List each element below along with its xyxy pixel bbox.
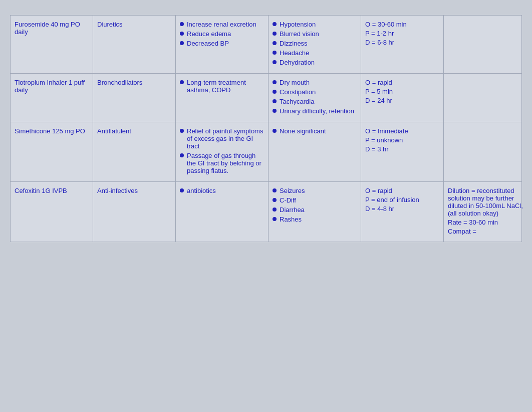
bullet-icon	[180, 80, 184, 84]
bullet-icon	[273, 51, 277, 55]
classification: Diuretics	[93, 16, 176, 73]
medication-table: Furosemide 40 mg PO daily Diuretics Incr…	[10, 15, 522, 242]
mechanism: Relief of painful symptoms of excess gas…	[176, 122, 269, 181]
mechanism: Increase renal excretion Reduce edema De…	[176, 16, 269, 73]
medication-name: Tiotropium Inhaler 1 puff daily	[11, 74, 93, 122]
notes	[444, 74, 531, 122]
medication-name: Simethicone 125 mg PO	[11, 122, 93, 181]
side-effects: Dry mouth Constipation Tachycardia Urina…	[269, 74, 361, 122]
table-row: Furosemide 40 mg PO daily Diuretics Incr…	[11, 16, 521, 74]
bullet-icon	[273, 198, 277, 202]
classification: Antiflatulent	[93, 122, 176, 181]
bullet-icon	[273, 32, 277, 36]
classification: Anti-infectives	[93, 182, 176, 242]
bullet-icon	[180, 22, 184, 26]
mechanism: Long-term treatment asthma, COPD	[176, 74, 269, 122]
classification: Bronchodilators	[93, 74, 176, 122]
bullet-icon	[273, 208, 277, 212]
bullet-icon	[273, 188, 277, 192]
bullet-icon	[273, 80, 277, 84]
side-effects: Hypotension Blurred vision Dizziness Hea…	[269, 16, 361, 73]
timing: O = 30-60 min P = 1-2 hr D = 6-8 hr	[361, 16, 444, 73]
timing: O = rapid P = end of infusion D = 4-8 hr	[361, 182, 444, 242]
table-row: Cefoxitin 1G IVPB Anti-infectives antibi…	[11, 182, 521, 242]
bullet-icon	[273, 90, 277, 94]
medication-name: Cefoxitin 1G IVPB	[11, 182, 93, 242]
timing: O = rapid P = 5 min D = 24 hr	[361, 74, 444, 122]
side-effects: Seizures C-Diff Diarrhea Rashes	[269, 182, 361, 242]
bullet-icon	[180, 129, 184, 133]
medication-name: Furosemide 40 mg PO daily	[11, 16, 93, 73]
bullet-icon	[273, 41, 277, 45]
bullet-icon	[273, 22, 277, 26]
table-row: Tiotropium Inhaler 1 puff daily Bronchod…	[11, 74, 521, 122]
notes	[444, 16, 531, 73]
bullet-icon	[273, 109, 277, 113]
notes	[444, 122, 531, 181]
bullet-icon	[180, 188, 184, 192]
bullet-icon	[273, 129, 277, 133]
mechanism: antibiotics	[176, 182, 269, 242]
bullet-icon	[273, 60, 277, 64]
bullet-icon	[180, 41, 184, 45]
table-row: Simethicone 125 mg PO Antiflatulent Reli…	[11, 122, 521, 182]
timing: O = Immediate P = unknown D = 3 hr	[361, 122, 444, 181]
notes: Dilution = reconstituted solution may be…	[444, 182, 531, 242]
bullet-icon	[273, 217, 277, 221]
bullet-icon	[180, 153, 184, 157]
bullet-icon	[180, 32, 184, 36]
side-effects: None significant	[269, 122, 361, 181]
bullet-icon	[273, 99, 277, 103]
